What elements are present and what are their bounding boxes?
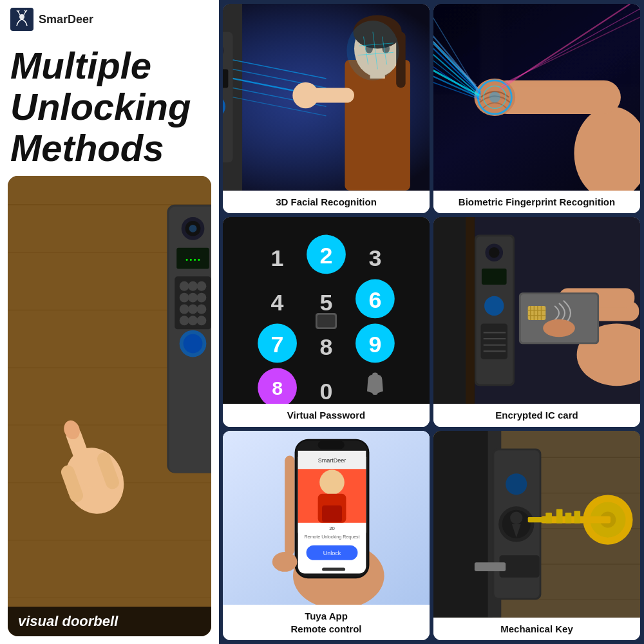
card-facial: 3D Facial Recognition — [223, 4, 430, 213]
headline-line3: Methods — [10, 128, 209, 169]
svg-text:3: 3 — [368, 245, 381, 271]
svg-point-178 — [510, 511, 522, 524]
iccard-label: Encrypted IC card — [433, 404, 640, 427]
svg-point-65 — [292, 82, 319, 109]
svg-text:0: 0 — [320, 379, 333, 404]
svg-rect-107 — [317, 315, 336, 327]
svg-text:5: 5 — [320, 290, 333, 316]
svg-rect-186 — [574, 511, 580, 523]
svg-text:8: 8 — [272, 377, 283, 399]
svg-text:9: 9 — [368, 332, 381, 357]
left-panel: SmarDeer Multiple Unlocking Methods — [0, 0, 219, 644]
headline: Multiple Unlocking Methods — [0, 39, 219, 168]
door-scene: •••• — [8, 176, 211, 636]
facial-label: 3D Facial Recognition — [223, 191, 430, 214]
svg-point-29 — [188, 293, 198, 303]
svg-point-31 — [180, 305, 189, 314]
svg-text:1: 1 — [271, 245, 284, 271]
svg-rect-184 — [556, 509, 563, 523]
svg-rect-189 — [475, 562, 506, 571]
svg-text:8: 8 — [320, 334, 333, 360]
password-image: 1 2 3 4 5 6 7 8 9 8 0 — [223, 217, 430, 404]
svg-point-26 — [188, 281, 198, 291]
svg-point-164 — [272, 552, 298, 572]
logo-area: SmarDeer — [0, 0, 219, 39]
brand-name: SmarDeer — [39, 13, 93, 26]
door-image: •••• — [8, 176, 211, 636]
svg-point-27 — [196, 281, 206, 291]
svg-rect-187 — [528, 517, 546, 522]
tuya-image: SmartDeer 20 Remote Unlocking Request Un… — [223, 431, 430, 605]
password-label: Virtual Password — [223, 404, 430, 427]
svg-text:Unlock: Unlock — [323, 550, 341, 556]
svg-rect-172 — [433, 431, 492, 618]
svg-rect-127 — [481, 324, 507, 359]
card-tuya: SmartDeer 20 Remote Unlocking Request Un… — [223, 431, 430, 640]
svg-point-124 — [489, 247, 500, 258]
fingerprint-image — [433, 4, 640, 191]
facial-image — [223, 4, 430, 191]
headline-line1: Multiple — [10, 45, 209, 86]
svg-text:2: 2 — [320, 243, 333, 269]
svg-point-30 — [196, 293, 206, 303]
svg-point-144 — [543, 319, 575, 337]
door-illustration: •••• — [8, 176, 211, 636]
svg-text:Remote Unlocking Request: Remote Unlocking Request — [304, 535, 359, 540]
card-fingerprint: Biometric Fingerprint Recognition — [433, 4, 640, 213]
doorbell-label: visual doorbell — [8, 607, 211, 636]
svg-point-36 — [196, 316, 206, 326]
svg-point-126 — [484, 296, 504, 316]
svg-point-32 — [188, 305, 198, 314]
svg-text:20: 20 — [329, 526, 335, 531]
mechkey-image — [433, 431, 640, 618]
svg-point-38 — [184, 334, 203, 354]
svg-rect-185 — [565, 513, 572, 524]
smardeer-logo-icon — [10, 8, 33, 31]
svg-point-21 — [189, 225, 197, 232]
svg-text:SmartDeer: SmartDeer — [318, 457, 346, 464]
tuya-label: Tuya App Remote control — [223, 605, 430, 640]
card-mechkey: Mechanical Key — [433, 431, 640, 640]
svg-rect-116 — [372, 392, 377, 395]
svg-text:7: 7 — [271, 332, 284, 357]
svg-rect-183 — [545, 513, 552, 524]
svg-point-1 — [19, 14, 24, 19]
svg-rect-157 — [322, 506, 342, 522]
svg-rect-163 — [322, 567, 345, 571]
svg-point-78 — [489, 91, 500, 102]
right-panel: 3D Facial Recognition — [219, 0, 644, 644]
svg-rect-48 — [223, 32, 233, 162]
svg-rect-120 — [466, 217, 475, 404]
svg-rect-50 — [223, 69, 228, 88]
svg-point-25 — [180, 281, 189, 291]
svg-point-190 — [506, 473, 527, 495]
svg-rect-125 — [482, 269, 507, 285]
fingerprint-label: Biometric Fingerprint Recognition — [433, 191, 640, 214]
svg-point-66 — [346, 21, 399, 80]
svg-point-33 — [196, 305, 206, 314]
svg-rect-147 — [285, 455, 294, 554]
svg-text:6: 6 — [368, 287, 381, 313]
card-iccard: Encrypted IC card — [433, 217, 640, 426]
svg-text:••••: •••• — [185, 256, 201, 263]
svg-point-155 — [319, 469, 345, 495]
mechkey-label: Mechanical Key — [433, 618, 640, 641]
svg-point-34 — [180, 316, 189, 326]
svg-point-35 — [188, 316, 198, 326]
svg-point-117 — [372, 373, 377, 377]
card-password: 1 2 3 4 5 6 7 8 9 8 0 — [223, 217, 430, 426]
svg-text:4: 4 — [271, 290, 284, 316]
svg-point-28 — [180, 293, 189, 303]
headline-line2: Unlocking — [10, 86, 209, 128]
svg-rect-150 — [318, 440, 345, 449]
iccard-image — [433, 217, 640, 404]
